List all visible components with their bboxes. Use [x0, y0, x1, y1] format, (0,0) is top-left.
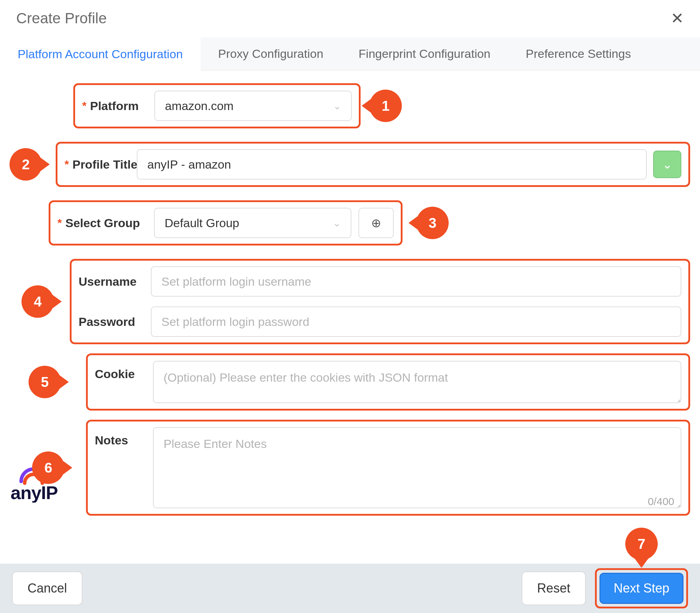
annotation-badge-3: 3 — [416, 207, 449, 239]
chevron-down-icon: ⌄ — [662, 157, 672, 171]
profile-title-field-wrap — [137, 149, 647, 180]
tab-preference-settings[interactable]: Preference Settings — [508, 37, 649, 70]
platform-label: *Platform — [82, 99, 154, 113]
notes-label: Notes — [95, 427, 153, 447]
chevron-down-icon: ⌄ — [333, 217, 341, 229]
tabs-bar: Platform Account Configuration Proxy Con… — [0, 37, 700, 71]
plus-icon: ⊕ — [371, 216, 381, 230]
annotation-frame-4: 4 Username Password — [70, 259, 690, 344]
annotation-frame-2: 2 *Profile Title ⌄ — [56, 142, 690, 187]
tab-fingerprint-config[interactable]: Fingerprint Configuration — [341, 37, 508, 70]
select-group-value: Default Group — [165, 216, 239, 230]
annotation-frame-5: 5 Cookie — [86, 353, 690, 411]
platform-select-value: amazon.com — [165, 99, 234, 113]
password-input[interactable] — [161, 315, 671, 329]
chevron-down-icon: ⌄ — [333, 100, 341, 112]
page-title: Create Profile — [16, 10, 107, 27]
next-step-button[interactable]: Next Step — [600, 573, 683, 604]
username-input[interactable] — [161, 275, 671, 289]
annotation-frame-3: 3 *Select Group Default Group ⌄ ⊕ — [49, 200, 403, 245]
annotation-badge-1: 1 — [369, 90, 402, 122]
annotation-badge-6: 6 — [32, 451, 65, 484]
cancel-button[interactable]: Cancel — [12, 571, 82, 605]
profile-title-label: *Profile Title — [65, 158, 137, 171]
notes-textarea[interactable] — [153, 427, 681, 508]
username-field-wrap — [151, 266, 681, 297]
cookie-label: Cookie — [95, 361, 153, 381]
annotation-badge-7: 7 — [625, 528, 658, 560]
annotation-frame-7: 7 Next Step — [595, 568, 688, 608]
profile-title-input[interactable] — [147, 158, 636, 171]
reset-button[interactable]: Reset — [522, 571, 586, 605]
tab-proxy-config[interactable]: Proxy Configuration — [201, 37, 341, 70]
tab-platform-account[interactable]: Platform Account Configuration — [0, 37, 201, 71]
password-label: Password — [79, 315, 151, 329]
close-icon[interactable]: ✕ — [671, 11, 684, 26]
annotation-frame-1: 1 *Platform amazon.com ⌄ — [73, 83, 361, 128]
profile-title-expand-button[interactable]: ⌄ — [653, 151, 681, 178]
platform-select[interactable]: amazon.com ⌄ — [154, 91, 352, 121]
cookie-textarea[interactable] — [153, 361, 681, 403]
svg-text:anyIP: anyIP — [11, 482, 58, 503]
select-group-select[interactable]: Default Group ⌄ — [154, 208, 351, 238]
annotation-frame-6: 6 Notes 0/400 — [86, 420, 690, 516]
annotation-badge-4: 4 — [22, 285, 54, 318]
annotation-badge-5: 5 — [29, 366, 61, 398]
annotation-badge-2: 2 — [10, 148, 42, 181]
password-field-wrap — [151, 306, 681, 337]
select-group-label: *Select Group — [57, 216, 147, 230]
username-label: Username — [79, 275, 151, 289]
add-group-button[interactable]: ⊕ — [358, 208, 394, 238]
